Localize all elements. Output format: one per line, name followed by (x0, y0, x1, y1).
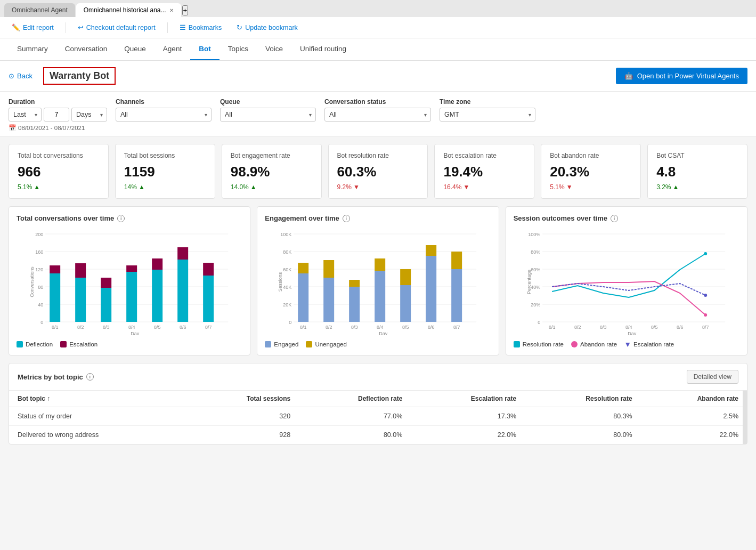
page-header: ⊙ Back Warranty Bot 🤖 Open bot in Power … (0, 61, 756, 92)
cell-resolution-1: 80.0% (525, 426, 640, 444)
back-button[interactable]: ⊙ Back (9, 72, 32, 80)
table-scrollbar[interactable] (743, 391, 747, 444)
svg-text:80: 80 (38, 285, 43, 290)
svg-rect-25 (152, 270, 162, 322)
checkout-default-button[interactable]: ↩ Checkout default report (75, 21, 159, 34)
calendar-icon: 📅 (9, 124, 16, 132)
tab-queue[interactable]: Queue (116, 38, 155, 60)
svg-rect-66 (451, 269, 462, 322)
back-label: Back (17, 72, 32, 80)
tab-agent[interactable]: Agent (155, 38, 190, 60)
duration-unit-select[interactable]: Days (71, 108, 107, 122)
svg-text:0: 0 (40, 320, 43, 325)
svg-text:80%: 80% (531, 249, 540, 255)
session-outcomes-info-icon[interactable]: i (611, 215, 618, 222)
svg-text:8/7: 8/7 (205, 325, 212, 330)
bot-icon: 🤖 (624, 72, 633, 80)
engagement-chart: Engagement over time i 100K 80K 60K 40K … (257, 206, 499, 355)
tab-voice[interactable]: Voice (257, 38, 291, 60)
kpi-title-2: Bot engagement rate (231, 152, 313, 159)
session-outcomes-legend: Resolution rate Abandon rate ▼ Escalatio… (514, 341, 739, 347)
tab-topics[interactable]: Topics (220, 38, 257, 60)
svg-text:8/6: 8/6 (677, 325, 684, 330)
svg-text:40%: 40% (531, 285, 540, 290)
svg-rect-61 (400, 269, 411, 285)
svg-text:40K: 40K (283, 285, 291, 290)
tab-bot[interactable]: Bot (190, 38, 220, 60)
kpi-value-1: 1159 (124, 164, 206, 180)
conv-status-label: Conversation status (324, 98, 431, 106)
kpi-title-6: Bot CSAT (656, 152, 738, 159)
tab-close-icon[interactable]: ✕ (169, 7, 174, 13)
session-outcomes-chart-container: 100% 80% 60% 40% 20% 0 Percentage (514, 229, 739, 337)
duration-value-input[interactable] (44, 108, 69, 122)
open-bot-button[interactable]: 🤖 Open bot in Power Virtual Agents (616, 68, 747, 84)
bookmarks-button[interactable]: ☰ Bookmarks (176, 21, 225, 34)
legend-unengaged: Unengaged (306, 341, 346, 347)
queue-select[interactable]: All (220, 108, 316, 122)
checkout-label: Checkout default report (86, 24, 156, 31)
kpi-card-6: Bot CSAT 4.8 3.2% ▲ (647, 144, 747, 199)
queue-filter: Queue All (220, 98, 316, 122)
conv-status-select[interactable]: All (324, 108, 431, 122)
metrics-table-info-icon[interactable]: i (86, 373, 94, 381)
kpi-card-0: Total bot conversations 966 5.1% ▲ (9, 144, 109, 199)
edit-report-button[interactable]: ✏️ Edit report (9, 21, 57, 34)
col-deflection-rate: Deflection rate (299, 391, 411, 407)
svg-rect-31 (203, 276, 214, 322)
svg-text:0: 0 (289, 320, 291, 325)
engagement-info-icon[interactable]: i (343, 215, 350, 222)
warranty-bot-title: Warranty Bot (43, 67, 116, 85)
svg-text:Sessions: Sessions (278, 272, 283, 292)
toolbar-separator-1 (66, 22, 66, 33)
legend-engaged: Engaged (265, 341, 298, 347)
duration-preset-select[interactable]: Last (9, 108, 42, 122)
svg-rect-13 (50, 273, 60, 322)
cell-abandon-0: 2.5% (641, 407, 747, 426)
svg-text:Day: Day (379, 331, 388, 335)
legend-abandon-rate: Abandon rate (571, 341, 617, 347)
legend-escalation-rate: ▼ Escalation rate (624, 341, 674, 347)
svg-rect-14 (50, 265, 60, 273)
abandon-rate-color-swatch (571, 341, 578, 347)
kpi-arrow-icon-2: ▲ (250, 183, 257, 191)
conv-status-filter: Conversation status All (324, 98, 431, 122)
cell-resolution-0: 80.3% (525, 407, 640, 426)
svg-text:8/7: 8/7 (453, 325, 460, 330)
svg-text:60%: 60% (531, 267, 540, 272)
svg-rect-23 (126, 265, 137, 272)
kpi-arrow-icon-3: ▼ (353, 183, 360, 191)
svg-text:200: 200 (35, 232, 43, 237)
metrics-table: Bot topic ↑ Total sessions Deflection ra… (9, 391, 747, 444)
channels-select[interactable]: All (116, 108, 212, 122)
col-escalation-rate: Escalation rate (411, 391, 525, 407)
update-bookmark-button[interactable]: ↻ Update bookmark (233, 21, 301, 34)
kpi-card-2: Bot engagement rate 98.9% 14.0% ▲ (222, 144, 322, 199)
browser-tab-historical[interactable]: Omnichannel historical ana... ✕ (76, 3, 181, 17)
kpi-change-1: 14% ▲ (124, 183, 206, 191)
tab-summary[interactable]: Summary (9, 38, 56, 60)
tab-conversation[interactable]: Conversation (56, 38, 116, 60)
new-tab-button[interactable]: + (182, 5, 189, 15)
cell-topic-1: Delivered to wrong address (9, 426, 188, 444)
legend-resolution-rate: Resolution rate (514, 341, 564, 347)
back-arrow-icon: ⊙ (9, 72, 14, 80)
svg-rect-55 (349, 280, 360, 287)
kpi-value-6: 4.8 (656, 164, 738, 180)
browser-tab-agent[interactable]: Omnichannel Agent (4, 3, 75, 17)
tab-unified-routing[interactable]: Unified routing (291, 38, 355, 60)
svg-text:100%: 100% (528, 232, 540, 237)
svg-rect-64 (426, 245, 436, 256)
timezone-select[interactable]: GMT (440, 108, 535, 122)
svg-text:8/1: 8/1 (300, 325, 307, 330)
total-conversations-chart: Total conversations over time i 200 160 … (9, 206, 250, 355)
total-conversations-info-icon[interactable]: i (117, 215, 125, 222)
col-bot-topic[interactable]: Bot topic ↑ (9, 391, 188, 407)
col-total-sessions: Total sessions (188, 391, 299, 407)
svg-rect-16 (75, 278, 86, 322)
refresh-icon: ↻ (237, 23, 242, 31)
kpi-title-5: Bot abandon rate (550, 152, 632, 159)
detailed-view-button[interactable]: Detailed view (687, 370, 738, 384)
table-row: Status of my order 320 77.0% 17.3% 80.3%… (9, 407, 747, 426)
svg-rect-29 (177, 247, 188, 260)
